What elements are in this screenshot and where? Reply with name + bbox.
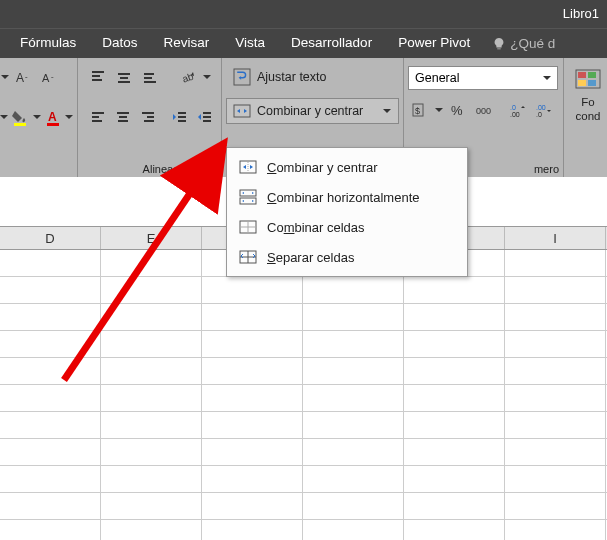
number-group-label: mero	[519, 163, 559, 175]
align-top-icon[interactable]	[86, 65, 110, 89]
svg-rect-30	[234, 69, 250, 85]
tab-data[interactable]: Datos	[90, 31, 149, 56]
menu-merge-center[interactable]: Combinar y centrar	[227, 152, 467, 182]
cond-format-label2: cond	[576, 110, 601, 122]
align-right-icon[interactable]	[136, 105, 159, 129]
svg-text:ˆ: ˆ	[25, 75, 28, 84]
fill-color-icon[interactable]	[10, 105, 30, 129]
svg-text:%: %	[451, 103, 463, 118]
svg-text:.0: .0	[510, 104, 516, 111]
svg-rect-29	[203, 120, 211, 122]
decrease-indent-icon[interactable]	[169, 105, 192, 129]
decrease-decimal-icon[interactable]: .00.0	[532, 98, 556, 122]
svg-rect-5	[92, 71, 104, 73]
menu-unmerge-cells[interactable]: Separar celdas	[227, 242, 467, 272]
menu-item-label: Combinar horizontalmente	[267, 190, 419, 205]
menu-item-label: Combinar celdas	[267, 220, 365, 235]
tab-developer[interactable]: Desarrollador	[279, 31, 384, 56]
titlebar: Libro1	[0, 0, 607, 28]
percent-icon[interactable]: %	[446, 98, 470, 122]
svg-rect-18	[117, 112, 129, 114]
svg-text:ˇ: ˇ	[51, 75, 54, 84]
workbook-name: Libro1	[563, 6, 599, 21]
svg-rect-41	[578, 72, 586, 78]
number-format-value: General	[415, 71, 459, 85]
align-left-icon[interactable]	[86, 105, 109, 129]
menu-merge-cells[interactable]: Combinar celdas	[227, 212, 467, 242]
svg-rect-13	[144, 81, 156, 83]
svg-rect-26	[178, 120, 186, 122]
svg-text:.0: .0	[536, 111, 542, 118]
svg-rect-16	[92, 116, 99, 118]
svg-rect-21	[142, 112, 154, 114]
tell-me-text: ¿Qué d	[510, 36, 555, 51]
menu-item-label: Separar celdas	[267, 250, 354, 265]
svg-rect-6	[92, 75, 100, 77]
svg-rect-31	[234, 105, 250, 117]
ribbon-tabs: Fórmulas Datos Revisar Vista Desarrollad…	[0, 28, 607, 58]
wrap-text-label: Ajustar texto	[257, 70, 326, 84]
svg-rect-8	[118, 73, 130, 75]
group-styles: Fo cond	[564, 58, 607, 177]
orientation-caret[interactable]	[202, 65, 212, 89]
svg-rect-7	[92, 79, 102, 81]
col-header[interactable]: D	[0, 227, 101, 249]
accounting-caret[interactable]	[434, 98, 444, 122]
wrap-text-button[interactable]: Ajustar texto	[226, 64, 399, 90]
merge-dropdown-menu: Combinar y centrar Combinar horizontalme…	[226, 147, 468, 277]
conditional-formatting-button[interactable]: Fo cond	[568, 62, 607, 128]
border-caret[interactable]	[0, 105, 8, 129]
svg-rect-15	[92, 112, 104, 114]
merge-center-label: Combinar y centrar	[257, 104, 363, 118]
increase-indent-icon[interactable]	[194, 105, 217, 129]
svg-rect-23	[144, 120, 154, 122]
align-bottom-icon[interactable]	[138, 65, 162, 89]
svg-rect-12	[144, 77, 152, 79]
font-size-caret[interactable]	[0, 65, 10, 89]
decrease-font-icon[interactable]: Aˇ	[38, 65, 62, 89]
font-color-icon[interactable]: A	[43, 105, 63, 129]
fill-color-caret[interactable]	[32, 105, 40, 129]
align-center-icon[interactable]	[111, 105, 134, 129]
menu-item-label: Combinar y centrar	[267, 160, 378, 175]
svg-rect-22	[147, 116, 154, 118]
orientation-icon[interactable]: ab	[176, 65, 200, 89]
svg-text:A: A	[16, 71, 24, 85]
group-alignment: ab Alineación	[78, 58, 222, 177]
align-middle-icon[interactable]	[112, 65, 136, 89]
increase-font-icon[interactable]: Aˆ	[12, 65, 36, 89]
menu-merge-across[interactable]: Combinar horizontalmente	[227, 182, 467, 212]
increase-decimal-icon[interactable]: .0.00	[506, 98, 530, 122]
merge-center-caret[interactable]	[382, 99, 392, 123]
svg-text:$: $	[415, 106, 420, 116]
tab-powerpivot[interactable]: Power Pivot	[386, 31, 482, 56]
tab-formulas[interactable]: Fórmulas	[8, 31, 88, 56]
comma-icon[interactable]: 000	[472, 98, 496, 122]
svg-text:A: A	[42, 72, 50, 84]
svg-rect-11	[144, 73, 154, 75]
worksheet-grid[interactable]	[0, 250, 607, 540]
font-color-caret[interactable]	[65, 105, 73, 129]
tell-me[interactable]: ¿Qué d	[492, 36, 555, 51]
merge-center-button[interactable]: Combinar y centrar	[226, 98, 399, 124]
svg-rect-24	[178, 112, 186, 114]
number-format-select[interactable]: General	[408, 66, 558, 90]
svg-rect-43	[578, 80, 586, 86]
accounting-format-icon[interactable]: $	[408, 98, 432, 122]
svg-rect-17	[92, 120, 102, 122]
svg-rect-9	[120, 77, 128, 79]
svg-text:.00: .00	[536, 104, 546, 111]
cond-format-label1: Fo	[581, 96, 594, 108]
svg-rect-20	[118, 120, 128, 122]
svg-rect-42	[588, 72, 596, 78]
svg-rect-28	[203, 116, 211, 118]
svg-text:A: A	[48, 110, 57, 124]
tab-review[interactable]: Revisar	[152, 31, 222, 56]
col-header[interactable]: I	[505, 227, 606, 249]
align-group-label: Alineación	[108, 163, 228, 175]
group-font: Aˆ Aˇ A	[0, 58, 78, 177]
svg-rect-25	[178, 116, 186, 118]
col-header[interactable]: E	[101, 227, 202, 249]
tab-view[interactable]: Vista	[223, 31, 277, 56]
svg-rect-44	[588, 80, 596, 86]
